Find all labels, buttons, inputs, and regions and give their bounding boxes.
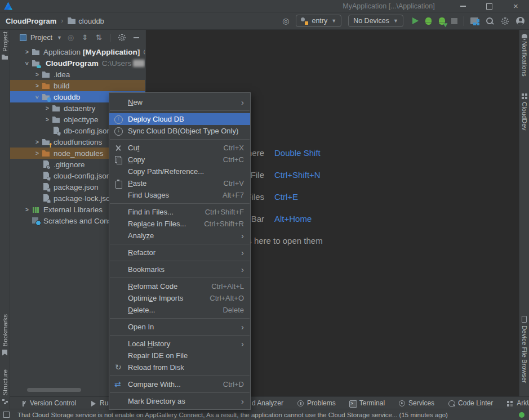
horizontal-scrollbar[interactable]	[27, 388, 81, 392]
menu-item[interactable]	[58, 0, 68, 12]
context-menu-item[interactable]: Local History ›	[109, 338, 250, 350]
context-menu-item[interactable]: New ›	[109, 96, 250, 108]
context-menu-item[interactable]	[109, 316, 250, 321]
tree-row[interactable]: Application [MyApplication] C:\U	[10, 46, 145, 57]
locate-icon[interactable]: ◎	[282, 16, 289, 25]
tool-window-tab[interactable]: Version Control	[20, 399, 76, 407]
context-menu-item[interactable]: Paste Ctrl+V	[109, 177, 250, 189]
menu-item[interactable]	[119, 0, 129, 12]
run-config-select[interactable]: entry ▼	[296, 15, 341, 27]
context-menu-item[interactable]	[109, 201, 250, 206]
collapse-all-icon[interactable]: ⇅	[96, 33, 102, 42]
tree-chevron-icon[interactable]	[33, 72, 42, 78]
debug-button[interactable]	[425, 17, 432, 25]
maximize-button[interactable]	[476, 0, 503, 12]
tree-chevron-icon[interactable]	[43, 105, 52, 111]
context-menu-item[interactable]: Optimize Imports Ctrl+Alt+O	[109, 292, 250, 304]
menu-item-icon	[109, 314, 124, 323]
tool-window-tab[interactable]: Problems	[297, 399, 336, 407]
context-menu-item[interactable]: Copy Ctrl+C	[109, 154, 250, 166]
tree-chevron-icon[interactable]	[33, 150, 42, 157]
close-button[interactable]: ×	[503, 0, 529, 12]
expand-all-icon[interactable]: ⇕	[82, 33, 88, 42]
tool-window-tab[interactable]: Terminal	[349, 399, 385, 407]
tool-tab-project[interactable]: Project	[0, 32, 10, 60]
context-menu-item[interactable]: Bookmarks ›	[109, 263, 250, 275]
context-menu-item[interactable]	[109, 333, 250, 338]
context-menu-item[interactable]: Find in Files... Ctrl+Shift+F	[109, 206, 250, 218]
menu-item[interactable]	[78, 0, 88, 12]
tool-tab-structure[interactable]: Structure	[0, 369, 10, 404]
tool-window-tab[interactable]: ArkUI Ins	[506, 399, 529, 407]
locate-icon[interactable]: ◎	[68, 33, 74, 42]
tool-window-tab[interactable]: Code Linter	[448, 399, 493, 407]
menu-item[interactable]	[109, 0, 119, 12]
tool-window-tab[interactable]: Services	[398, 399, 434, 407]
context-menu-item[interactable]	[109, 390, 250, 395]
context-menu-item[interactable]: Cut Ctrl+X	[109, 142, 250, 154]
context-menu-item[interactable]	[109, 275, 250, 280]
menu-item[interactable]	[99, 0, 109, 12]
breadcrumb-item[interactable]: clouddb	[78, 17, 104, 25]
tool-window-tab[interactable]: d Analyzer	[252, 399, 283, 407]
context-menu-item[interactable]: Analyze ›	[109, 230, 250, 242]
context-menu-item[interactable]: Replace in Files... Ctrl+Shift+R	[109, 218, 250, 230]
run-button[interactable]	[412, 17, 419, 24]
context-menu-item[interactable]: Sync Cloud DB(Object Type Only)	[109, 125, 250, 137]
tool-tab-notifications[interactable]: Notifications	[519, 34, 529, 77]
tree-chevron-icon[interactable]	[23, 49, 32, 55]
context-menu-item[interactable]: Refactor ›	[109, 247, 250, 258]
settings-gear-icon[interactable]	[501, 17, 509, 25]
device-select[interactable]: No Devices ▼	[348, 15, 403, 27]
tree-row[interactable]: build	[10, 80, 145, 91]
context-menu-item[interactable]: Open In ›	[109, 321, 250, 333]
stop-button[interactable]	[451, 18, 457, 24]
layout-toggle-icon[interactable]	[3, 412, 10, 418]
chevron-down-icon[interactable]: ▼	[57, 35, 62, 41]
context-menu-item[interactable]	[109, 137, 250, 142]
menu-item[interactable]	[28, 0, 38, 12]
menu-item[interactable]	[48, 0, 58, 12]
device-manager-icon[interactable]	[470, 17, 478, 24]
panel-settings-icon[interactable]	[118, 34, 126, 41]
tool-tab-clouddev[interactable]: CloudDev	[519, 93, 529, 131]
profile-avatar[interactable]	[516, 17, 524, 25]
attach-debugger-button[interactable]	[439, 17, 445, 25]
context-menu-item[interactable]: Reload from Disk	[109, 361, 250, 373]
context-menu-item[interactable]	[109, 373, 250, 378]
context-menu-item[interactable]: Mark Directory as ›	[109, 395, 250, 407]
breadcrumb-project[interactable]: CloudProgram	[6, 17, 56, 25]
project-panel-title[interactable]: Project	[30, 34, 52, 42]
tree-chevron-icon[interactable]	[43, 117, 52, 123]
tree-chevron-icon[interactable]	[33, 83, 42, 89]
context-menu-item[interactable]	[109, 242, 250, 247]
menu-item[interactable]	[129, 0, 139, 12]
tree-chevron-icon[interactable]	[23, 60, 32, 66]
menu-item[interactable]	[17, 0, 28, 12]
context-menu-item[interactable]	[109, 108, 250, 113]
context-menu-item[interactable]: Copy Path/Reference...	[109, 166, 250, 177]
status-message[interactable]: That Cloud Storage service is not enable…	[17, 412, 448, 418]
menu-item[interactable]	[38, 0, 48, 12]
tree-chevron-icon[interactable]	[23, 207, 32, 213]
tree-row[interactable]: CloudProgram C:\Users	[10, 57, 145, 69]
tree-chevron-icon[interactable]	[33, 139, 42, 145]
minimize-button[interactable]	[450, 0, 476, 12]
search-icon[interactable]	[486, 17, 494, 25]
status-indicator-dot[interactable]	[519, 412, 524, 418]
context-menu-item[interactable]: Compare With... Ctrl+D	[109, 378, 250, 390]
context-menu-item[interactable]	[109, 258, 250, 263]
menu-item[interactable]	[88, 0, 99, 12]
tool-tab-bookmarks[interactable]: Bookmarks	[0, 314, 10, 356]
tool-tab-device-file-browser[interactable]: Device File Browser	[519, 316, 529, 383]
context-menu-item[interactable]: Repair IDE on File	[109, 350, 250, 361]
context-menu-item[interactable]: Reformat Code Ctrl+Alt+L	[109, 280, 250, 292]
context-menu-item[interactable]: Deploy Cloud DB	[109, 113, 250, 125]
tree-chevron-icon[interactable]	[33, 94, 42, 100]
menu-item[interactable]	[68, 0, 78, 12]
toolbar: CloudProgram › clouddb ◎ entry ▼ No Devi…	[0, 12, 529, 30]
tree-row[interactable]: .idea	[10, 69, 145, 80]
context-menu-item[interactable]: Delete... Delete	[109, 304, 250, 316]
hide-panel-icon[interactable]	[134, 37, 139, 38]
context-menu-item[interactable]: Find Usages Alt+F7	[109, 189, 250, 201]
